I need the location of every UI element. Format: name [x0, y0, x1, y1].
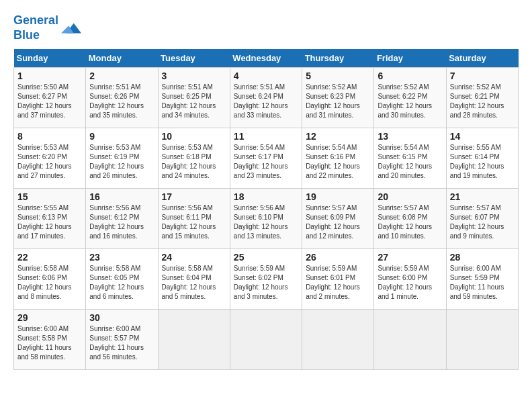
day-info: Sunrise: 5:56 AM Sunset: 6:11 PM Dayligh… [162, 203, 226, 241]
calendar-cell: 4Sunrise: 5:51 AM Sunset: 6:24 PM Daylig… [230, 68, 302, 128]
calendar-cell: 13Sunrise: 5:54 AM Sunset: 6:15 PM Dayli… [374, 128, 446, 189]
calendar-table: SundayMondayTuesdayWednesdayThursdayFrid… [13, 49, 519, 370]
day-number: 14 [450, 131, 515, 142]
weekday-header: Saturday [446, 49, 518, 68]
day-info: Sunrise: 5:55 AM Sunset: 6:13 PM Dayligh… [17, 203, 82, 241]
day-number: 25 [234, 252, 298, 263]
calendar-cell: 20Sunrise: 5:57 AM Sunset: 6:08 PM Dayli… [374, 189, 446, 249]
calendar-cell: 12Sunrise: 5:54 AM Sunset: 6:16 PM Dayli… [302, 128, 374, 189]
calendar-cell: 27Sunrise: 5:59 AM Sunset: 6:00 PM Dayli… [374, 249, 446, 310]
calendar-cell: 23Sunrise: 5:58 AM Sunset: 6:05 PM Dayli… [86, 249, 158, 310]
day-number: 5 [306, 71, 370, 81]
day-number: 19 [306, 191, 370, 202]
calendar-cell: 18Sunrise: 5:56 AM Sunset: 6:10 PM Dayli… [230, 189, 302, 249]
day-number: 18 [234, 191, 298, 202]
calendar-cell [158, 310, 230, 370]
day-info: Sunrise: 5:51 AM Sunset: 6:25 PM Dayligh… [162, 83, 226, 120]
day-number: 13 [378, 131, 442, 142]
calendar-cell [230, 310, 302, 370]
day-info: Sunrise: 5:55 AM Sunset: 6:14 PM Dayligh… [450, 143, 515, 181]
day-number: 10 [162, 131, 226, 142]
day-number: 9 [89, 131, 154, 142]
day-info: Sunrise: 5:56 AM Sunset: 6:10 PM Dayligh… [234, 203, 298, 241]
day-info: Sunrise: 5:54 AM Sunset: 6:15 PM Dayligh… [378, 143, 442, 181]
calendar-week-row: 15Sunrise: 5:55 AM Sunset: 6:13 PM Dayli… [14, 189, 519, 249]
calendar-cell [374, 310, 446, 370]
day-info: Sunrise: 5:57 AM Sunset: 6:07 PM Dayligh… [450, 203, 515, 241]
day-info: Sunrise: 5:58 AM Sunset: 6:04 PM Dayligh… [162, 264, 226, 302]
calendar-cell: 17Sunrise: 5:56 AM Sunset: 6:11 PM Dayli… [158, 189, 230, 249]
calendar-cell: 8Sunrise: 5:53 AM Sunset: 6:20 PM Daylig… [14, 128, 86, 189]
day-number: 24 [162, 252, 226, 263]
weekday-header: Thursday [302, 49, 374, 68]
day-number: 6 [378, 71, 442, 81]
calendar-week-row: 8Sunrise: 5:53 AM Sunset: 6:20 PM Daylig… [14, 128, 519, 189]
day-number: 30 [89, 312, 154, 323]
weekday-header: Sunday [14, 49, 86, 68]
calendar-cell: 9Sunrise: 5:53 AM Sunset: 6:19 PM Daylig… [86, 128, 158, 189]
day-info: Sunrise: 5:56 AM Sunset: 6:12 PM Dayligh… [89, 203, 154, 241]
day-info: Sunrise: 5:54 AM Sunset: 6:16 PM Dayligh… [306, 143, 370, 181]
day-info: Sunrise: 5:50 AM Sunset: 6:27 PM Dayligh… [17, 83, 82, 120]
day-number: 3 [162, 71, 226, 81]
calendar-cell: 24Sunrise: 5:58 AM Sunset: 6:04 PM Dayli… [158, 249, 230, 310]
day-number: 23 [89, 252, 154, 263]
day-number: 2 [89, 71, 154, 81]
day-number: 20 [378, 191, 442, 202]
weekday-header: Wednesday [230, 49, 302, 68]
calendar-cell: 6Sunrise: 5:52 AM Sunset: 6:22 PM Daylig… [374, 68, 446, 128]
calendar-cell: 15Sunrise: 5:55 AM Sunset: 6:13 PM Dayli… [14, 189, 86, 249]
calendar-cell: 7Sunrise: 5:52 AM Sunset: 6:21 PM Daylig… [446, 68, 518, 128]
calendar-cell: 28Sunrise: 6:00 AM Sunset: 5:59 PM Dayli… [446, 249, 518, 310]
weekday-header: Friday [374, 49, 446, 68]
day-number: 26 [306, 252, 370, 263]
logo-blue: General [13, 13, 58, 27]
calendar-cell: 16Sunrise: 5:56 AM Sunset: 6:12 PM Dayli… [86, 189, 158, 249]
calendar-cell: 30Sunrise: 6:00 AM Sunset: 5:57 PM Dayli… [86, 310, 158, 370]
day-number: 15 [17, 191, 82, 202]
day-info: Sunrise: 5:58 AM Sunset: 6:06 PM Dayligh… [17, 264, 82, 302]
page-header: General Blue [13, 13, 519, 42]
day-number: 8 [17, 131, 82, 142]
day-info: Sunrise: 5:59 AM Sunset: 6:00 PM Dayligh… [378, 264, 442, 302]
day-number: 27 [378, 252, 442, 263]
day-number: 12 [306, 131, 370, 142]
logo-icon [61, 18, 81, 38]
calendar-cell: 22Sunrise: 5:58 AM Sunset: 6:06 PM Dayli… [14, 249, 86, 310]
calendar-week-row: 1Sunrise: 5:50 AM Sunset: 6:27 PM Daylig… [14, 68, 519, 128]
day-info: Sunrise: 5:53 AM Sunset: 6:18 PM Dayligh… [162, 143, 226, 181]
calendar-week-row: 29Sunrise: 6:00 AM Sunset: 5:58 PM Dayli… [14, 310, 519, 370]
day-number: 7 [450, 71, 515, 81]
calendar-cell [302, 310, 374, 370]
day-info: Sunrise: 6:00 AM Sunset: 5:59 PM Dayligh… [450, 264, 515, 302]
logo: General Blue [13, 13, 81, 42]
calendar-cell: 2Sunrise: 5:51 AM Sunset: 6:26 PM Daylig… [86, 68, 158, 128]
calendar-cell: 10Sunrise: 5:53 AM Sunset: 6:18 PM Dayli… [158, 128, 230, 189]
day-number: 1 [17, 71, 82, 81]
day-info: Sunrise: 5:52 AM Sunset: 6:23 PM Dayligh… [306, 83, 370, 120]
calendar-week-row: 22Sunrise: 5:58 AM Sunset: 6:06 PM Dayli… [14, 249, 519, 310]
calendar-cell: 19Sunrise: 5:57 AM Sunset: 6:09 PM Dayli… [302, 189, 374, 249]
weekday-header-row: SundayMondayTuesdayWednesdayThursdayFrid… [14, 49, 519, 68]
day-info: Sunrise: 5:59 AM Sunset: 6:01 PM Dayligh… [306, 264, 370, 302]
day-number: 21 [450, 191, 515, 202]
day-number: 11 [234, 131, 298, 142]
calendar-cell: 3Sunrise: 5:51 AM Sunset: 6:25 PM Daylig… [158, 68, 230, 128]
logo-blue2: Blue [13, 28, 40, 42]
calendar-cell: 21Sunrise: 5:57 AM Sunset: 6:07 PM Dayli… [446, 189, 518, 249]
weekday-header: Monday [86, 49, 158, 68]
calendar-cell: 29Sunrise: 6:00 AM Sunset: 5:58 PM Dayli… [14, 310, 86, 370]
day-info: Sunrise: 5:52 AM Sunset: 6:21 PM Dayligh… [450, 83, 515, 120]
day-number: 28 [450, 252, 515, 263]
day-number: 16 [89, 191, 154, 202]
calendar-cell [446, 310, 518, 370]
calendar-cell: 5Sunrise: 5:52 AM Sunset: 6:23 PM Daylig… [302, 68, 374, 128]
day-number: 22 [17, 252, 82, 263]
day-number: 4 [234, 71, 298, 81]
day-info: Sunrise: 5:53 AM Sunset: 6:19 PM Dayligh… [89, 143, 154, 181]
day-info: Sunrise: 6:00 AM Sunset: 5:58 PM Dayligh… [17, 324, 82, 362]
day-info: Sunrise: 5:57 AM Sunset: 6:08 PM Dayligh… [378, 203, 442, 241]
day-info: Sunrise: 5:52 AM Sunset: 6:22 PM Dayligh… [378, 83, 442, 120]
calendar-cell: 26Sunrise: 5:59 AM Sunset: 6:01 PM Dayli… [302, 249, 374, 310]
calendar-cell: 1Sunrise: 5:50 AM Sunset: 6:27 PM Daylig… [14, 68, 86, 128]
